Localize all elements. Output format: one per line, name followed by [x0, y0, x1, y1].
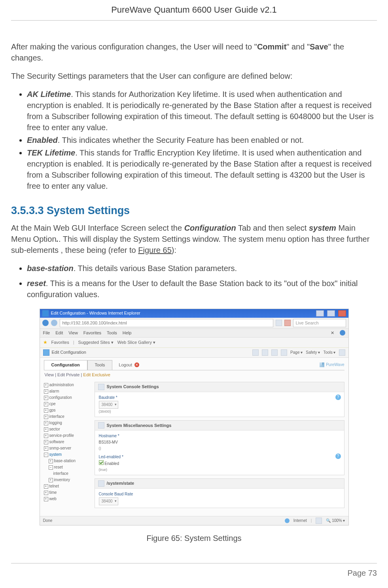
- maximize-button[interactable]: [327, 310, 335, 317]
- item-title: base-station: [27, 264, 74, 273]
- home-icon[interactable]: [252, 349, 259, 356]
- toolbar-page[interactable]: Page ▾: [290, 350, 303, 355]
- view-mode-line: View | Edit Private | Edit Exclusive: [44, 370, 344, 379]
- star-icon[interactable]: ★: [43, 339, 47, 346]
- header-rule: [11, 20, 377, 21]
- browser-tab[interactable]: Edit Configuration: [52, 349, 86, 355]
- tree-node: +logging: [44, 420, 87, 426]
- app-content: Configuration Tools Logout ✕ PureWave Vi…: [40, 358, 348, 516]
- hostname-value: BS183-MV: [99, 439, 340, 446]
- list-item: TEK Lifetime. This stands for Traffic En…: [27, 147, 377, 192]
- figure-screenshot: Edit Configuration - Windows Internet Ex…: [40, 309, 349, 526]
- tree-node: +telnet: [44, 483, 87, 489]
- menu-edit[interactable]: Edit: [55, 330, 63, 336]
- item-title: reset: [27, 279, 46, 288]
- settings-panels: System Console Settings ? Baudrate * 384…: [95, 382, 344, 511]
- logout-label: Logout: [119, 362, 132, 368]
- status-zoom[interactable]: 🔍 100% ▾: [326, 518, 345, 524]
- param-title: Enabled: [27, 136, 58, 144]
- help-icon[interactable]: ?: [335, 453, 341, 459]
- panel-title: System Miscellaneous Settings: [107, 423, 172, 429]
- list-item: base-station. This details various Base …: [27, 263, 377, 274]
- window-titlebar: Edit Configuration - Windows Internet Ex…: [40, 309, 348, 318]
- feeds-icon[interactable]: [262, 349, 268, 356]
- menu-tools[interactable]: Tools: [107, 330, 117, 336]
- tree-node: +gps: [44, 407, 87, 413]
- panel-state: /system/state Console Baud Rate 38400: [95, 478, 344, 508]
- tree-node: +administration: [44, 382, 87, 388]
- hostname-default: (): [99, 446, 340, 451]
- t: " and ": [286, 42, 310, 51]
- section-paragraph: At the Main Web GUI Interface Screen sel…: [11, 222, 377, 256]
- help-icon[interactable]: [339, 349, 345, 356]
- menu-favorites[interactable]: Favorites: [83, 330, 101, 336]
- suggested-sites[interactable]: Suggested Sites ▾: [78, 340, 114, 345]
- page-number: Page 73: [347, 569, 377, 577]
- system-word: system: [309, 224, 336, 232]
- state-baud-select[interactable]: 38400: [99, 497, 119, 505]
- intro-paragraph-1: After making the various configuration c…: [11, 41, 377, 63]
- refresh-icon[interactable]: [276, 320, 282, 326]
- panel-icon: [98, 384, 104, 390]
- t: At the Main Web GUI Interface Screen sel…: [11, 224, 184, 232]
- window-title: Edit Configuration - Windows Internet Ex…: [51, 310, 140, 316]
- stop-icon[interactable]: [284, 320, 291, 326]
- system-items-list: base-station. This details various Base …: [16, 263, 377, 300]
- ie-toolbar: Page ▾ Safety ▾ Tools ▾: [252, 349, 345, 356]
- view-mode-b[interactable]: Edit Exclusive: [83, 372, 110, 377]
- tree-node: +interface: [44, 413, 87, 420]
- tree-node: −reset: [44, 464, 87, 470]
- baudrate-default: (38400): [99, 409, 340, 414]
- toolbar-safety[interactable]: Safety ▾: [306, 350, 320, 355]
- page-icon: [43, 349, 49, 356]
- tree-node: +time: [44, 489, 87, 496]
- param-text: . This indicates whether the Security Fe…: [58, 136, 304, 144]
- app-tabbar: Configuration Tools Logout ✕ PureWave: [44, 360, 344, 370]
- compat-icon[interactable]: [340, 330, 345, 336]
- tab-configuration[interactable]: Configuration: [44, 360, 87, 370]
- help-icon[interactable]: ?: [335, 395, 341, 400]
- tab-tools[interactable]: Tools: [87, 360, 113, 370]
- nav-tree[interactable]: +administration +alarm +configuration +c…: [44, 382, 87, 511]
- baudrate-label: Baudrate *: [99, 395, 340, 401]
- page-footer: Page 73: [11, 563, 377, 579]
- close-button[interactable]: [338, 310, 346, 317]
- forward-icon[interactable]: [51, 320, 57, 326]
- search-input[interactable]: Live Search: [293, 319, 346, 327]
- save-word: Save: [310, 42, 328, 51]
- mail-icon[interactable]: [271, 349, 278, 356]
- figure-caption: Figure 65: System Settings: [11, 533, 377, 544]
- menu-help[interactable]: Help: [123, 330, 132, 336]
- list-item: Enabled. This indicates whether the Secu…: [27, 135, 377, 146]
- favorites-label[interactable]: Favorites: [51, 340, 69, 345]
- web-slice[interactable]: Web Slice Gallery ▾: [117, 340, 155, 345]
- panel-icon: [98, 480, 104, 487]
- globe-icon: [285, 518, 290, 523]
- ie-icon: [42, 310, 49, 317]
- back-icon[interactable]: [42, 320, 49, 326]
- param-title: AK Lifetime: [27, 90, 71, 99]
- minimize-button[interactable]: [316, 310, 324, 317]
- tree-node: interface: [44, 470, 87, 477]
- url-input[interactable]: http://192.168.200.100/index.html: [60, 319, 273, 327]
- tree-node-system: −system: [44, 451, 87, 458]
- menu-view[interactable]: View: [68, 330, 78, 336]
- logout-icon: ✕: [134, 362, 139, 367]
- logout-link[interactable]: Logout ✕: [112, 360, 146, 370]
- close-tabs-icon[interactable]: ✕: [331, 330, 334, 336]
- baudrate-select[interactable]: 38400: [99, 401, 119, 409]
- menu-bar: File Edit View Favorites Tools Help ✕: [40, 329, 348, 338]
- param-text: . This stands for Traffic Encryption Key…: [27, 148, 372, 190]
- print-icon[interactable]: [281, 349, 287, 356]
- commit-word: Commit: [257, 42, 286, 51]
- view-mode-a[interactable]: View | Edit Private |: [45, 372, 83, 377]
- list-item: reset. This is a means for the User to d…: [27, 278, 377, 300]
- toolbar-tools[interactable]: Tools ▾: [323, 350, 335, 355]
- brand-icon: [320, 362, 324, 367]
- menu-file[interactable]: File: [43, 330, 50, 336]
- led-value[interactable]: Enabled: [99, 460, 340, 467]
- led-default: (true): [99, 467, 340, 472]
- figure-ref: Figure 65: [138, 246, 172, 254]
- hostname-label: Hostname *: [99, 433, 340, 439]
- list-item: AK Lifetime. This stands for Authorizati…: [27, 89, 377, 133]
